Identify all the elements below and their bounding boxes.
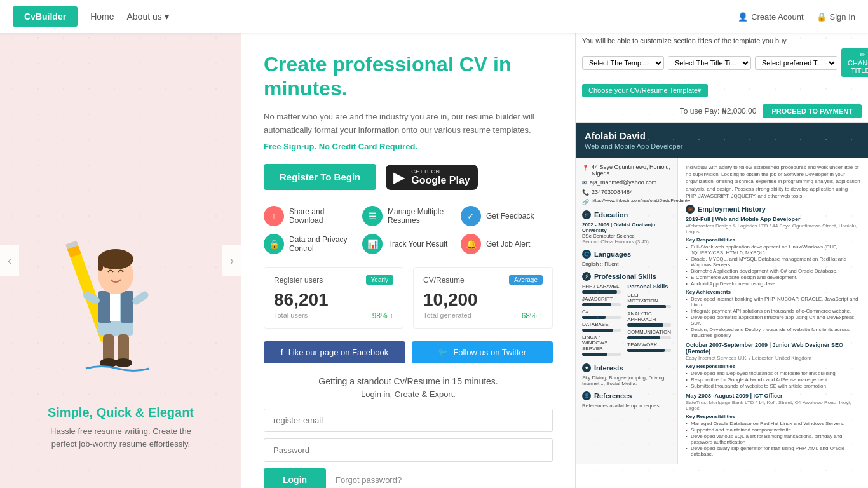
login-row: Login Forgot password? bbox=[264, 468, 553, 488]
illustration-container: Simple, Quick & Elegant Hassle free resu… bbox=[0, 33, 241, 488]
stat-resumes-value: 10,200 bbox=[423, 290, 543, 310]
manage-icon: ☰ bbox=[362, 206, 383, 226]
linkedin-icon: 🔗 bbox=[582, 199, 589, 205]
email-input[interactable] bbox=[264, 409, 553, 432]
sign-in-link[interactable]: 🔒 Sign In bbox=[817, 12, 855, 22]
cv-job3-ach4: Developed salary slip generator for staf… bbox=[686, 445, 860, 457]
facebook-icon: f bbox=[280, 348, 283, 357]
skill-php: PHP / LARAVEL bbox=[582, 283, 621, 294]
cv-interests-text: Sky Diving, Bungee jumping, Driving, Int… bbox=[582, 375, 671, 386]
google-play-text: GET IT ON Google Play bbox=[411, 168, 470, 186]
cv-job1-resp5: Android App Development using Java bbox=[686, 281, 860, 287]
cv-languages-section: 🌐 Languages bbox=[582, 250, 671, 259]
twitter-button[interactable]: 🐦 Follow us on Twitter bbox=[412, 341, 553, 363]
sidebar-info-text: You will be able to customize section ti… bbox=[582, 37, 862, 44]
education-icon: 🎓 bbox=[582, 210, 591, 219]
cv-body: 📍 44 Seye Oguntimewo, Honiolu, Nigeria ✉… bbox=[576, 158, 868, 464]
cv-skills-section: ⚡ Professional Skills bbox=[582, 272, 671, 281]
cv-name: Afolabi David bbox=[585, 130, 859, 141]
feature-track-label: Track Your Result bbox=[388, 240, 447, 248]
feedback-icon: ✓ bbox=[461, 206, 481, 226]
cv-summary: Individual with ability to follow establ… bbox=[686, 164, 860, 200]
cv-personal-skills-col: Personal Skills SELF MOTIVATION ANALYTIC… bbox=[627, 283, 671, 358]
google-play-label: Google Play bbox=[411, 175, 470, 186]
twitter-label: Follow us on Twitter bbox=[453, 348, 526, 357]
track-icon: 📊 bbox=[362, 234, 383, 254]
feature-share-label: Share and Download bbox=[289, 207, 356, 225]
sidebar-controls-row: Select The Templ... Select The Title Ti.… bbox=[582, 48, 862, 77]
skill-motivation: SELF MOTIVATION bbox=[627, 292, 671, 308]
carousel-prev-button[interactable]: ‹ bbox=[0, 245, 19, 276]
skill-analytic: ANALYTIC APPROACH bbox=[627, 311, 671, 327]
stat-resumes-sublabel: Total generated bbox=[423, 311, 471, 320]
google-play-button[interactable]: ▶ GET IT ON Google Play bbox=[386, 165, 477, 190]
cv-job3-ach2: Supported and maintained company website… bbox=[686, 427, 860, 433]
cv-job1-resp3: Biometric Application development with C… bbox=[686, 268, 860, 274]
cv-education-entry: 2002 - 2006 | Olabisi Onabanjo Universit… bbox=[582, 222, 671, 245]
nav-about[interactable]: About us ▾ bbox=[126, 11, 168, 22]
cv-references-section: 👤 References bbox=[582, 391, 671, 400]
svg-point-9 bbox=[98, 249, 133, 269]
interests-icon: ★ bbox=[582, 363, 591, 372]
login-button[interactable]: Login bbox=[264, 468, 326, 488]
feature-manage-label: Manage Multiple Resumes bbox=[388, 207, 454, 225]
facebook-label: Like our page on Facebook bbox=[288, 348, 389, 357]
proceed-payment-button[interactable]: PROCEED TO PAYMENT bbox=[763, 104, 862, 118]
carousel-next-button[interactable]: › bbox=[222, 245, 241, 276]
sidebar-top-controls: You will be able to customize section ti… bbox=[576, 33, 868, 81]
forgot-password-link[interactable]: Forgot password? bbox=[336, 475, 402, 485]
location-icon: 📍 bbox=[582, 165, 589, 171]
svg-point-16 bbox=[114, 358, 132, 367]
feature-feedback-label: Get Feedback bbox=[486, 212, 534, 220]
tagline1: Getting a standout Cv/Resume in 15 minut… bbox=[264, 376, 553, 386]
skill-teamwork: TEAMWORK bbox=[627, 342, 671, 352]
cv-job1-company: Webmasters Design & Logistics LTD / 44 S… bbox=[686, 223, 860, 234]
privacy-icon: 🔒 bbox=[264, 234, 284, 254]
stat-users-label: Register users bbox=[274, 276, 323, 285]
create-account-link[interactable]: 👤 Create Acount bbox=[738, 12, 803, 22]
references-icon: 👤 bbox=[582, 391, 591, 400]
cv-header: Afolabi David Web and Mobile App Develop… bbox=[576, 123, 868, 158]
select-preferred-dropdown[interactable]: Select preferred T... bbox=[755, 56, 837, 70]
social-row: f Like our page on Facebook 🐦 Follow us … bbox=[264, 341, 553, 363]
cv-skills-columns: PHP / LARAVEL JAVASCRIPT C# bbox=[582, 283, 671, 358]
nav-links: Home About us ▾ bbox=[90, 11, 738, 22]
select-title-dropdown[interactable]: Select The Title Ti... bbox=[668, 56, 751, 70]
svg-rect-5 bbox=[98, 291, 111, 323]
twitter-icon: 🐦 bbox=[438, 348, 448, 357]
register-button[interactable]: Register To Begin bbox=[264, 164, 376, 190]
cv-right-col: Individual with ability to follow establ… bbox=[678, 158, 868, 464]
content-area: ‹ › bbox=[0, 33, 575, 488]
stat-resumes-label: CV/Resume bbox=[423, 276, 465, 285]
feature-track: 📊 Track Your Result bbox=[362, 234, 454, 254]
cv-job2-company: Easy Internet Services U.K. / Leicester,… bbox=[686, 355, 860, 361]
brand-logo[interactable]: CvBuilder bbox=[13, 6, 78, 27]
cv-job2-ach3: Submitted thousands of website to SE wit… bbox=[686, 383, 860, 389]
cv-contact-email: ✉ aja_mahmed@yahoo.com bbox=[582, 179, 671, 186]
password-input[interactable] bbox=[264, 438, 553, 462]
choose-template-button[interactable]: Choose your CV/Resume Template▾ bbox=[582, 84, 708, 97]
stat-users: Register users Yearly 86,201 Total users… bbox=[264, 267, 403, 329]
navbar: CvBuilder Home About us ▾ 👤 Create Acoun… bbox=[0, 0, 868, 33]
cv-job1-ach4: Design, Developed and Deploy thousands o… bbox=[686, 327, 860, 338]
select-template-dropdown[interactable]: Select The Templ... bbox=[582, 56, 664, 70]
nav-home[interactable]: Home bbox=[90, 11, 114, 22]
user-icon: 👤 bbox=[738, 12, 748, 22]
change-titles-button[interactable]: ✏ CHANGE TITLES bbox=[841, 48, 868, 77]
cv-language-entry: English :: Fluent bbox=[582, 261, 671, 267]
cv-job2-ach1: Developed and Deployed thousands of micr… bbox=[686, 370, 860, 376]
svg-rect-12 bbox=[131, 290, 150, 306]
cv-preview: Afolabi David Web and Mobile App Develop… bbox=[576, 123, 868, 488]
cv-references-text: References available upon request bbox=[582, 403, 671, 409]
cv-job3-ach3: Developed various SQL alert for Banking … bbox=[686, 433, 860, 445]
cv-job1-ach2: Integrate payment API solutions on thous… bbox=[686, 308, 860, 314]
stat-resumes-badge: Average bbox=[509, 275, 543, 285]
email-icon: ✉ bbox=[582, 180, 587, 186]
language-icon: 🌐 bbox=[582, 250, 591, 259]
cv-job2-ach2: Responsible for Google Adwords and AdSen… bbox=[686, 377, 860, 383]
facebook-button[interactable]: f Like our page on Facebook bbox=[264, 341, 405, 363]
stats-row: Register users Yearly 86,201 Total users… bbox=[264, 267, 553, 329]
cv-interests-section: ★ Interests bbox=[582, 363, 671, 372]
nav-right: 👤 Create Acount 🔒 Sign In bbox=[738, 12, 855, 22]
cv-employment-section: 💼 Employment History bbox=[686, 205, 860, 214]
